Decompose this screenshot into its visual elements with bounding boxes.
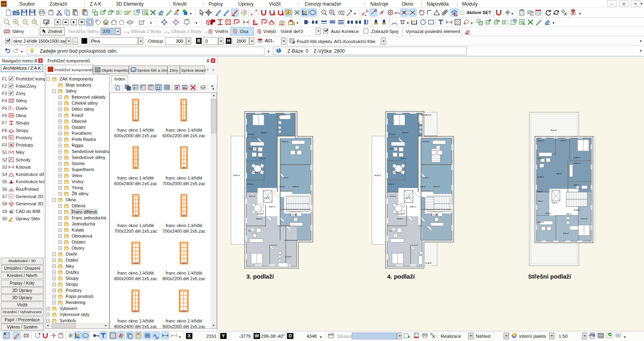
svg-text:1,89 m²: 1,89 m² xyxy=(556,173,562,175)
svg-text:4,07 m²: 4,07 m² xyxy=(545,212,551,214)
svg-text:16,70 m²: 16,70 m² xyxy=(390,195,396,197)
svg-text:3,59 m²: 3,59 m² xyxy=(561,140,567,142)
svg-text:29,70 m²: 29,70 m² xyxy=(282,141,289,143)
svg-text:1,19 m²: 1,19 m² xyxy=(423,177,429,179)
svg-text:11,52 m²: 11,52 m² xyxy=(388,183,395,185)
svg-text:29,70 m²: 29,70 m² xyxy=(423,141,429,143)
svg-text:9,01 m²: 9,01 m² xyxy=(566,213,572,215)
svg-text:21,98 m²: 21,98 m² xyxy=(537,176,544,178)
svg-text:11,18 m²: 11,18 m² xyxy=(425,262,432,264)
svg-text:10,06 m²: 10,06 m² xyxy=(537,140,544,142)
svg-text:10,51 m²: 10,51 m² xyxy=(400,157,407,159)
svg-text:8,42 m²: 8,42 m² xyxy=(574,184,580,186)
svg-text:17,32 m²: 17,32 m² xyxy=(248,230,255,232)
svg-text:2,02 m²: 2,02 m² xyxy=(405,197,411,199)
svg-text:6,40 m²: 6,40 m² xyxy=(279,186,285,188)
svg-text:17,77 m²: 17,77 m² xyxy=(581,218,588,220)
svg-text:13,10 m²: 13,10 m² xyxy=(285,256,292,258)
svg-text:14,50 m²: 14,50 m² xyxy=(574,162,580,164)
svg-text:10,51 m²: 10,51 m² xyxy=(398,213,405,215)
svg-text:11,52 m²: 11,52 m² xyxy=(247,183,254,185)
svg-text:14,34 m²: 14,34 m² xyxy=(574,209,580,211)
svg-text:18,47 m²: 18,47 m² xyxy=(410,206,417,208)
svg-text:7,82 m²: 7,82 m² xyxy=(537,200,543,202)
svg-text:17,32 m²: 17,32 m² xyxy=(389,133,396,135)
svg-text:16,70 m²: 16,70 m² xyxy=(249,195,256,197)
svg-text:1,19 m²: 1,19 m² xyxy=(283,177,289,179)
svg-text:P: P xyxy=(10,137,12,139)
svg-text:21,33 m²: 21,33 m² xyxy=(431,214,438,216)
svg-text:12,62 m²: 12,62 m² xyxy=(279,114,286,116)
svg-text:3. podlaží: 3. podlaží xyxy=(246,273,274,280)
svg-text:19,64 m²: 19,64 m² xyxy=(402,132,409,134)
svg-text:17,32 m²: 17,32 m² xyxy=(248,133,255,135)
svg-text:10,09 m²: 10,09 m² xyxy=(433,186,440,188)
svg-text:10,51 m²: 10,51 m² xyxy=(259,157,266,159)
svg-text:63,00 m²: 63,00 m² xyxy=(233,174,240,176)
svg-text:2,02 m²: 2,02 m² xyxy=(264,197,270,199)
svg-text:17,32 m²: 17,32 m² xyxy=(389,230,396,232)
svg-text:13,98 m²: 13,98 m² xyxy=(537,157,544,159)
svg-text:Střešní podlaží: Střešní podlaží xyxy=(528,273,572,280)
svg-text:6,40 m²: 6,40 m² xyxy=(420,186,426,188)
svg-text:10,51 m²: 10,51 m² xyxy=(257,213,264,215)
svg-text:20,22 m²: 20,22 m² xyxy=(249,148,256,150)
svg-text:18,47 m²: 18,47 m² xyxy=(269,206,276,208)
svg-text:2,02 m²: 2,02 m² xyxy=(552,202,558,204)
svg-text:19,64 m²: 19,64 m² xyxy=(261,132,268,134)
svg-text:6,25 m²: 6,25 m² xyxy=(563,232,569,234)
svg-text:24,88 m²: 24,88 m² xyxy=(537,221,544,223)
svg-text:8,47 m²: 8,47 m² xyxy=(537,190,543,192)
svg-text:SP: SP xyxy=(2,2,6,6)
svg-text:2,84 m²: 2,84 m² xyxy=(394,171,400,173)
svg-text:10,09 m²: 10,09 m² xyxy=(292,186,299,188)
svg-text:15,42 m²: 15,42 m² xyxy=(574,157,580,159)
svg-text:20,22 m²: 20,22 m² xyxy=(390,148,396,150)
svg-text:23,42 m²: 23,42 m² xyxy=(256,218,263,220)
svg-text:79,60 m²: 79,60 m² xyxy=(550,129,557,131)
svg-text:63,00 m²: 63,00 m² xyxy=(374,174,381,176)
svg-text:12,62 m²: 12,62 m² xyxy=(420,114,427,116)
svg-text:23,42 m²: 23,42 m² xyxy=(397,218,404,220)
svg-text:4. podlaží: 4. podlaží xyxy=(387,273,415,280)
svg-text:2,84 m²: 2,84 m² xyxy=(253,171,259,173)
svg-text:21,33 m²: 21,33 m² xyxy=(290,214,297,216)
svg-text:H: H xyxy=(10,144,12,147)
